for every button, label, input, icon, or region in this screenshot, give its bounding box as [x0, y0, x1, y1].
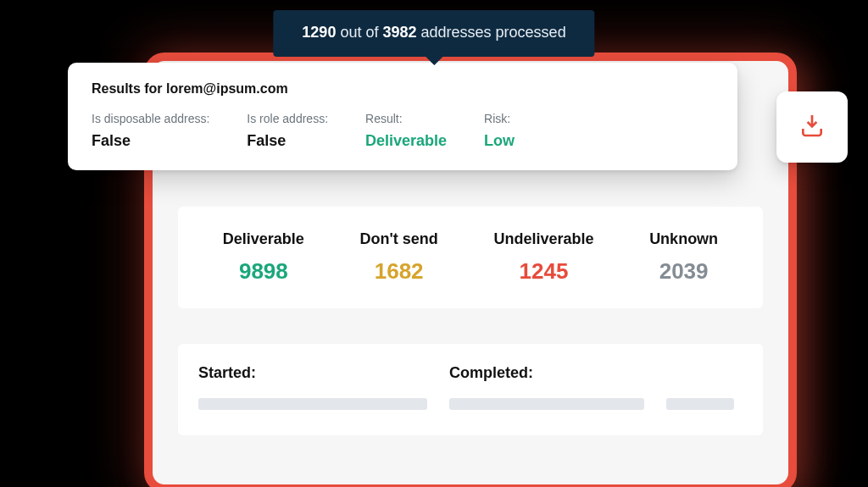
time-completed-label: Completed:	[449, 364, 644, 383]
stat-value: 2039	[649, 258, 718, 285]
result-label: Is disposable address:	[92, 112, 209, 125]
results-title: Results for lorem@ipsum.com	[92, 81, 714, 97]
progress-tooltip: 1290 out of 3982 addresses processed	[273, 10, 594, 57]
stat-value: 1682	[360, 258, 438, 285]
result-role: Is role address: False	[247, 112, 328, 150]
time-started: Started:	[198, 364, 427, 410]
result-disposable: Is disposable address: False	[92, 112, 209, 150]
download-button[interactable]	[776, 91, 848, 163]
progress-suffix: addresses processed	[421, 24, 566, 41]
stat-label: Undeliverable	[493, 230, 593, 248]
stats-panel: Deliverable 9898 Don't send 1682 Undeliv…	[178, 207, 763, 308]
progress-done: 1290	[302, 24, 336, 41]
results-card: Results for lorem@ipsum.com Is disposabl…	[68, 63, 737, 170]
times-panel: Started: Completed:	[178, 344, 763, 435]
stat-dont-send: Don't send 1682	[360, 230, 438, 285]
stat-deliverable: Deliverable 9898	[223, 230, 304, 285]
result-value: Low	[484, 132, 515, 150]
result-value: False	[247, 132, 328, 150]
time-completed-value-placeholder	[449, 398, 644, 410]
result-label: Is role address:	[247, 112, 328, 125]
result-status: Result: Deliverable	[365, 112, 447, 150]
result-value: Deliverable	[365, 132, 447, 150]
progress-total: 3982	[382, 24, 416, 41]
time-extra	[666, 364, 734, 410]
time-started-value-placeholder	[198, 398, 427, 410]
result-label: Risk:	[484, 112, 515, 125]
stat-value: 9898	[223, 258, 304, 285]
progress-mid: out of	[340, 24, 382, 41]
time-completed: Completed:	[449, 364, 644, 410]
stat-label: Don't send	[360, 230, 438, 248]
time-extra-placeholder	[666, 398, 734, 410]
time-extra-label	[666, 364, 734, 383]
stat-label: Unknown	[649, 230, 718, 248]
times-row: Started: Completed:	[198, 364, 743, 410]
download-tray-icon	[798, 112, 826, 142]
result-risk: Risk: Low	[484, 112, 515, 150]
result-value: False	[92, 132, 209, 150]
stat-label: Deliverable	[223, 230, 304, 248]
stat-undeliverable: Undeliverable 1245	[493, 230, 593, 285]
stat-unknown: Unknown 2039	[649, 230, 718, 285]
results-row: Is disposable address: False Is role add…	[92, 112, 714, 150]
stat-value: 1245	[493, 258, 593, 285]
result-label: Result:	[365, 112, 447, 125]
time-started-label: Started:	[198, 364, 427, 383]
